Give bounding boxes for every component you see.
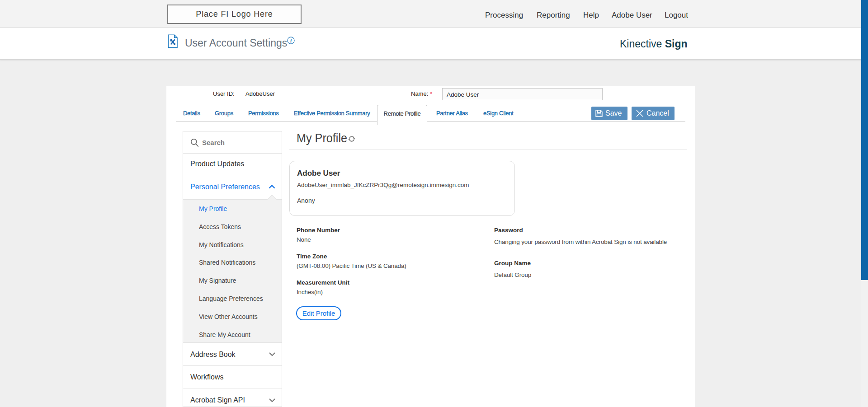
- svg-text:i: i: [290, 38, 292, 43]
